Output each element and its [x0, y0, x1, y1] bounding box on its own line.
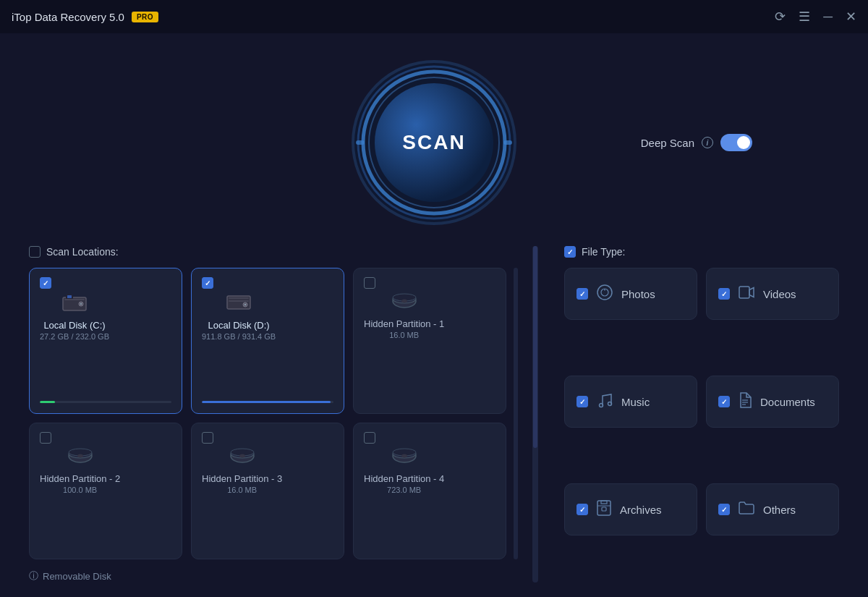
svg-point-34	[604, 289, 605, 290]
filetype-label: Others	[763, 504, 796, 516]
svg-rect-6	[64, 299, 85, 300]
removable-disk-info-icon: ⓘ	[29, 570, 38, 583]
filetype-checkbox[interactable]	[718, 396, 730, 407]
disk-card[interactable]: Local Disk (D:) 911.8 GB / 931.4 GB	[191, 268, 344, 414]
filetype-checkbox[interactable]	[576, 504, 588, 515]
titlebar-left: iTop Data Recovery 5.0 PRO	[12, 11, 158, 23]
removable-disk-section: ⓘ Removable Disk	[29, 570, 506, 583]
bottom-section: Scan Locations: Local Disk (C:) 27.2 GB …	[29, 246, 839, 583]
svg-point-32	[597, 285, 612, 300]
disk-card[interactable]: Hidden Partition - 3 16.0 MB	[191, 423, 344, 559]
disk-checkbox[interactable]	[202, 277, 213, 289]
disk-icon	[226, 292, 252, 317]
filetype-label: Music	[621, 396, 650, 408]
deep-scan-control: Deep Scan i	[641, 134, 752, 151]
filetype-icon	[739, 501, 754, 518]
disk-card-top	[364, 432, 495, 444]
disk-card-top	[40, 432, 171, 444]
filetype-card[interactable]: Music	[564, 376, 697, 428]
refresh-icon[interactable]: ⟳	[775, 10, 786, 23]
disk-icon-area: Hidden Partition - 4 723.0 MB	[364, 444, 444, 549]
pro-badge: PRO	[132, 12, 158, 22]
deep-scan-label: Deep Scan	[641, 137, 694, 149]
svg-point-31	[401, 454, 407, 458]
filetype-card[interactable]: Videos	[706, 268, 839, 320]
disk-icon-area: Local Disk (D:) 911.8 GB / 931.4 GB	[202, 289, 276, 395]
disk-progress	[40, 401, 171, 403]
file-types-panel: File Type: Photos Videos Music Documents…	[564, 246, 839, 583]
app-title: iTop Data Recovery 5.0	[12, 11, 124, 23]
disk-checkbox[interactable]	[202, 432, 213, 444]
filetype-checkbox[interactable]	[718, 504, 730, 515]
disk-icon	[61, 292, 88, 317]
disk-size: 27.2 GB / 232.0 GB	[40, 332, 109, 341]
svg-point-36	[600, 403, 603, 407]
removable-disk-label: Removable Disk	[43, 571, 111, 582]
scan-locations-panel: Scan Locations: Local Disk (C:) 27.2 GB …	[29, 246, 506, 583]
svg-point-19	[401, 300, 407, 303]
titlebar-controls: ⟳ ☰ ─ ✕	[775, 10, 856, 23]
deep-scan-toggle[interactable]	[720, 134, 752, 151]
deep-scan-info-icon[interactable]: i	[702, 137, 713, 148]
disk-card-top	[202, 432, 333, 444]
disk-size: 16.0 MB	[389, 331, 419, 339]
disk-name: Local Disk (D:)	[208, 320, 269, 331]
disk-name: Hidden Partition - 3	[202, 473, 282, 484]
minimize-icon[interactable]: ─	[823, 10, 833, 23]
filetype-label: Videos	[763, 288, 796, 300]
filetype-card[interactable]: Others	[706, 483, 839, 535]
filetype-checkbox[interactable]	[718, 288, 730, 300]
scrollbar-thumb[interactable]	[533, 246, 537, 448]
disk-icon	[391, 292, 417, 316]
filetype-card[interactable]: Documents	[706, 376, 839, 428]
disk-card[interactable]: Hidden Partition - 4 723.0 MB	[353, 423, 506, 559]
toggle-knob	[737, 136, 750, 149]
disk-progress	[202, 401, 333, 403]
disk-grid: Local Disk (C:) 27.2 GB / 232.0 GB Local…	[29, 268, 506, 559]
svg-rect-44	[602, 507, 606, 511]
disk-card-top	[364, 277, 495, 289]
filetype-icon	[597, 500, 611, 520]
svg-rect-41	[597, 501, 610, 515]
filetype-checkbox[interactable]	[576, 288, 588, 300]
disk-checkbox[interactable]	[364, 432, 375, 444]
disk-icon	[229, 446, 255, 470]
disk-icon-area: Hidden Partition - 3 16.0 MB	[202, 444, 282, 549]
filetype-card[interactable]: Photos	[564, 268, 697, 320]
file-types-header: File Type:	[564, 246, 839, 258]
filetype-icon	[739, 392, 752, 412]
filetype-label: Photos	[621, 288, 655, 300]
disk-name: Hidden Partition - 4	[364, 473, 444, 484]
menu-icon[interactable]: ☰	[799, 10, 810, 23]
disk-checkbox[interactable]	[40, 432, 51, 444]
filetype-icon	[739, 286, 754, 302]
disk-name: Hidden Partition - 1	[364, 318, 444, 329]
scan-locations-checkbox[interactable]	[29, 246, 41, 258]
filetype-card[interactable]: Archives	[564, 483, 697, 535]
disk-size: 100.0 MB	[63, 486, 97, 494]
disk-card-top	[202, 277, 333, 289]
main-content: SCAN Deep Scan i Scan Locations:	[0, 33, 868, 597]
scan-locations-header: Scan Locations:	[29, 246, 506, 258]
svg-point-15	[244, 304, 246, 305]
disk-card[interactable]: Hidden Partition - 1 16.0 MB	[353, 268, 506, 414]
file-types-label: File Type:	[582, 246, 625, 258]
svg-point-37	[608, 402, 612, 405]
filetype-icon	[597, 392, 613, 412]
titlebar: iTop Data Recovery 5.0 PRO ⟳ ☰ ─ ✕	[0, 0, 868, 33]
scan-label[interactable]: SCAN	[402, 131, 465, 154]
disk-checkbox[interactable]	[364, 277, 375, 289]
disk-icon-area: Hidden Partition - 1 16.0 MB	[364, 289, 444, 403]
disk-card-top	[40, 277, 171, 289]
close-icon[interactable]: ✕	[846, 10, 856, 23]
file-types-checkbox[interactable]	[564, 246, 576, 258]
filetype-checkbox[interactable]	[576, 396, 588, 407]
scan-btn-center[interactable]: SCAN	[351, 59, 517, 226]
svg-rect-35	[739, 287, 749, 298]
disk-checkbox[interactable]	[40, 277, 51, 289]
scan-button-container[interactable]: SCAN	[351, 59, 517, 226]
disk-card[interactable]: Hidden Partition - 2 100.0 MB	[29, 423, 182, 559]
disk-card[interactable]: Local Disk (C:) 27.2 GB / 232.0 GB	[29, 268, 182, 414]
disk-icon-area: Local Disk (C:) 27.2 GB / 232.0 GB	[40, 289, 109, 395]
filetype-label: Archives	[620, 504, 662, 516]
